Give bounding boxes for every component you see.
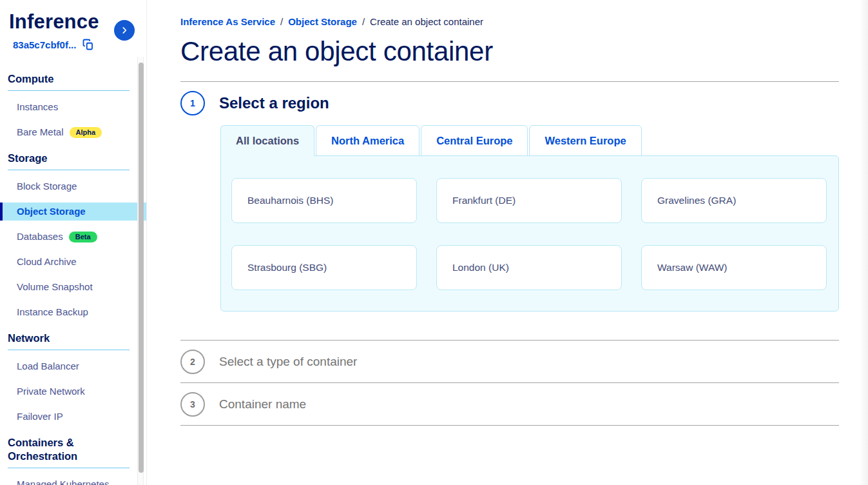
app-window: Inference 83a5c7cbf0f...	[0, 0, 868, 485]
sidebar-scrollbar-thumb[interactable]	[139, 63, 144, 473]
step-2-number-badge: 2	[180, 350, 205, 374]
beta-badge: Beta	[69, 232, 97, 243]
sidebar-collapse-button[interactable]	[114, 20, 135, 41]
section-title-compute: Compute	[8, 72, 130, 86]
sidebar-item-bare-metal[interactable]: Bare Metal Alpha	[0, 123, 146, 141]
section-title-network: Network	[8, 332, 130, 345]
service-id: 83a5c7cbf0f...	[13, 39, 76, 50]
divider	[180, 425, 839, 426]
copy-service-id-button[interactable]	[82, 39, 94, 50]
sidebar-item-block-storage[interactable]: Block Storage	[0, 177, 146, 195]
step-3-number-badge: 3	[180, 392, 205, 417]
sidebar-item-instance-backup[interactable]: Instance Backup	[0, 303, 146, 321]
region-panel: Beauharnois (BHS) Frankfurt (DE) Graveli…	[220, 155, 839, 312]
section-title-storage: Storage	[8, 152, 130, 165]
sidebar-item-instances[interactable]: Instances	[0, 98, 146, 116]
step-1-title: Select a region	[219, 94, 329, 112]
region-card-sbg[interactable]: Strasbourg (SBG)	[231, 245, 417, 290]
step-3-container-name: 3 Container name	[180, 383, 839, 425]
step-2-select-container-type: 2 Select a type of container	[180, 341, 839, 382]
breadcrumb-separator: /	[362, 16, 365, 27]
sidebar: Inference 83a5c7cbf0f...	[0, 0, 147, 485]
sidebar-item-label: Volume Snapshot	[17, 281, 93, 293]
divider	[180, 81, 839, 82]
sidebar-item-label: Managed Kubernetes Service	[17, 478, 141, 485]
sidebar-nav: Compute Instances Bare Metal Alpha Stora…	[0, 57, 146, 485]
chevron-right-icon	[120, 26, 129, 35]
region-tabs: All locations North America Central Euro…	[220, 125, 839, 156]
step-1-number-badge: 1	[180, 91, 205, 115]
sidebar-item-label: Cloud Archive	[17, 255, 77, 268]
breadcrumb-link-inference-as-service[interactable]: Inference As Service	[180, 16, 275, 27]
sidebar-item-load-balancer[interactable]: Load Balancer	[0, 357, 146, 375]
tab-north-america[interactable]: North America	[316, 125, 420, 156]
sidebar-item-managed-kubernetes[interactable]: Managed Kubernetes Service	[0, 475, 146, 485]
step-2-title: Select a type of container	[219, 355, 357, 369]
tab-all-locations[interactable]: All locations	[220, 125, 314, 156]
sidebar-item-label: Bare Metal	[17, 126, 64, 139]
step-3-title: Container name	[219, 397, 306, 411]
breadcrumb-current: Create an object container	[370, 16, 483, 27]
sidebar-item-cloud-archive[interactable]: Cloud Archive	[0, 253, 146, 271]
region-card-de[interactable]: Frankfurt (DE)	[436, 178, 622, 223]
breadcrumb-separator: /	[280, 16, 283, 27]
sidebar-item-label: Block Storage	[17, 180, 77, 193]
region-card-uk[interactable]: London (UK)	[436, 245, 622, 290]
tab-western-europe[interactable]: Western Europe	[529, 125, 641, 156]
alpha-badge: Alpha	[70, 127, 102, 138]
sidebar-scrollbar-track[interactable]	[137, 57, 144, 485]
section-underline	[8, 350, 130, 350]
breadcrumb: Inference As Service / Object Storage / …	[180, 16, 839, 27]
region-card-gra[interactable]: Gravelines (GRA)	[641, 178, 827, 223]
section-title-containers-orchestration: Containers & Orchestration	[8, 436, 130, 463]
page-title: Create an object container	[180, 36, 839, 67]
sidebar-item-label: Instance Backup	[17, 306, 88, 319]
sidebar-item-label: Failover IP	[17, 410, 63, 423]
sidebar-item-volume-snapshot[interactable]: Volume Snapshot	[0, 278, 146, 296]
sidebar-item-label: Load Balancer	[17, 360, 79, 373]
sidebar-item-failover-ip[interactable]: Failover IP	[0, 408, 146, 426]
region-card-bhs[interactable]: Beauharnois (BHS)	[231, 178, 417, 223]
sidebar-item-label: Instances	[17, 101, 58, 114]
sidebar-item-label: Object Storage	[17, 205, 86, 218]
section-underline	[8, 90, 130, 91]
section-underline	[8, 468, 130, 468]
step-1-select-region: 1 Select a region All locations North Am…	[180, 91, 839, 312]
section-underline	[8, 170, 130, 170]
sidebar-item-label: Databases	[17, 230, 63, 243]
sidebar-item-databases[interactable]: Databases Beta	[0, 228, 146, 246]
breadcrumb-link-object-storage[interactable]: Object Storage	[288, 16, 357, 27]
sidebar-item-private-network[interactable]: Private Network	[0, 382, 146, 401]
region-card-waw[interactable]: Warsaw (WAW)	[641, 245, 827, 290]
sidebar-item-object-storage[interactable]: Object Storage	[0, 203, 146, 221]
tab-central-europe[interactable]: Central Europe	[421, 125, 528, 156]
main-content: Inference As Service / Object Storage / …	[147, 0, 868, 485]
sidebar-item-label: Private Network	[17, 385, 85, 398]
copy-icon	[82, 39, 94, 50]
